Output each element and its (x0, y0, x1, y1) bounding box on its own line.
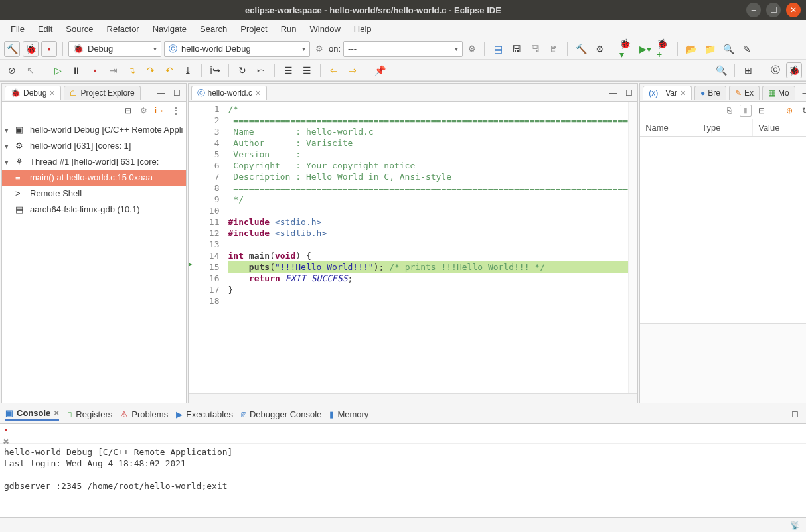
launch-indicator-icon[interactable]: 📡 (789, 519, 801, 531)
tab-modules[interactable]: ▦ Mo (762, 86, 795, 100)
debug-perspective-button[interactable]: 🐞 (786, 62, 802, 78)
skip-breakpoints-button[interactable]: ⊘ (4, 62, 20, 78)
terminate-console-button[interactable]: ▪ (0, 424, 12, 436)
gutter-marker[interactable] (189, 294, 198, 305)
menu-search[interactable]: Search (193, 21, 234, 36)
close-icon[interactable]: ✕ (49, 89, 55, 98)
gutter-marker[interactable] (189, 249, 198, 260)
launch-config-combo[interactable]: ⓒ hello-world Debug ▾ (164, 41, 310, 57)
line-number[interactable]: 6 (198, 160, 220, 171)
close-icon[interactable]: ✕ (255, 89, 261, 98)
tree-node[interactable]: ▤aarch64-fslc-linux-gdb (10.1) (2, 202, 186, 218)
line-number[interactable]: 12 (198, 228, 220, 239)
stop-button[interactable]: ▪ (41, 41, 57, 57)
line-number[interactable]: 2 (198, 115, 220, 126)
line-number[interactable]: 11 (198, 216, 220, 228)
step-into-button[interactable]: ↴ (124, 62, 140, 78)
link-button[interactable]: 📁 (702, 41, 718, 57)
gutter-marker[interactable] (189, 102, 198, 113)
run-mode-combo[interactable]: 🐞 Debug ▾ (68, 41, 161, 57)
horizontal-scrollbar[interactable] (189, 393, 638, 403)
menu-source[interactable]: Source (59, 21, 100, 36)
menu-window[interactable]: Window (303, 21, 347, 36)
minimize-view-icon[interactable]: — (801, 87, 806, 99)
new-button[interactable]: ▤ (490, 41, 506, 57)
code-line[interactable]: Name : hello-world.c (228, 126, 629, 137)
gutter-marker[interactable] (189, 136, 198, 147)
tab-breakpoints[interactable]: ● Bre (694, 86, 726, 100)
code-line[interactable]: Version : (228, 149, 629, 160)
tab-project-explorer[interactable]: 🗀 Project Explore (64, 86, 140, 100)
suspend-button[interactable]: ⏸ (68, 62, 84, 78)
col-name[interactable]: Name (640, 119, 696, 136)
build-button[interactable]: 🔨 (4, 41, 20, 57)
tree-node[interactable]: >_Remote Shell (2, 186, 186, 202)
gutter-marker[interactable] (189, 181, 198, 192)
gutter-marker[interactable] (189, 283, 198, 294)
minimize-view-icon[interactable]: — (769, 409, 781, 421)
menu-refactor[interactable]: Refactor (100, 21, 146, 36)
step-filter-icon[interactable]: i→ (154, 105, 166, 117)
pin-button[interactable]: 📌 (372, 62, 388, 78)
twisty-icon[interactable]: ▾ (5, 155, 13, 168)
code-line[interactable] (228, 239, 629, 250)
gutter-marker[interactable] (189, 271, 198, 283)
resume-button[interactable]: ▷ (50, 62, 66, 78)
code-line[interactable] (228, 205, 629, 216)
maximize-button[interactable]: ☐ (766, 3, 781, 17)
menu-navigate[interactable]: Navigate (146, 21, 193, 36)
code-line[interactable]: */ (228, 194, 629, 205)
tree-node[interactable]: ▾⚘Thread #1 [hello-world] 631 [core: (2, 154, 186, 170)
maximize-view-icon[interactable]: ☐ (623, 87, 635, 99)
col-type[interactable]: Type (696, 119, 753, 136)
search-button[interactable]: 🔍 (720, 41, 736, 57)
code-line[interactable]: Author : Variscite (228, 137, 629, 149)
minimize-button[interactable]: – (746, 3, 761, 17)
tree-node[interactable]: ≡main() at hello-world.c:15 0xaaa (2, 170, 186, 186)
gutter-marker[interactable] (189, 159, 198, 170)
vars-body[interactable] (640, 137, 806, 323)
gutter-marker[interactable] (189, 204, 198, 215)
reverse-button[interactable]: ⤺ (253, 62, 269, 78)
close-button[interactable]: ✕ (786, 3, 801, 17)
code-line[interactable]: ========================================… (228, 182, 629, 194)
line-number[interactable]: 13 (198, 239, 220, 250)
nav-back-button[interactable]: ⇐ (326, 62, 342, 78)
tab-variables[interactable]: (x)= Var ✕ (643, 86, 692, 100)
launch-config-gear-icon[interactable]: ⚙ (313, 44, 326, 54)
code-line[interactable]: puts("!!!Hello World!!!"); /* prints !!!… (228, 261, 629, 273)
coverage-button[interactable]: 🐞+ (656, 41, 672, 57)
close-icon[interactable]: ✕ (54, 409, 59, 417)
code-line[interactable] (228, 295, 629, 306)
line-number[interactable]: 17 (198, 284, 220, 295)
code-line[interactable]: Copyright : Your copyright notice (228, 160, 629, 171)
debug-prefs-icon[interactable]: ⚙ (138, 105, 150, 117)
tab-debugger-console[interactable]: ⎚ Debugger Console (241, 409, 321, 419)
line-number[interactable]: 5 (198, 149, 220, 160)
restart-button[interactable]: ↻ (234, 62, 250, 78)
twisty-icon[interactable]: ▾ (5, 139, 13, 153)
col-value[interactable]: Value (753, 119, 806, 136)
tab-debug[interactable]: 🐞 Debug ✕ (5, 86, 61, 100)
maximize-view-icon[interactable]: ☐ (171, 87, 183, 99)
vars-detail-pane[interactable] (640, 323, 806, 403)
line-number[interactable]: 14 (198, 250, 220, 261)
shift-right-button[interactable]: ☰ (299, 62, 315, 78)
line-number[interactable]: 16 (198, 273, 220, 284)
editor-text[interactable]: /* =====================================… (224, 102, 629, 393)
target-combo[interactable]: --- ▾ (343, 41, 463, 57)
code-line[interactable]: /* (228, 103, 629, 115)
editor-overview-ruler[interactable] (628, 102, 637, 393)
quick-access-button[interactable]: 🔍 (713, 62, 729, 78)
line-number[interactable]: 3 (198, 126, 220, 137)
menu-project[interactable]: Project (234, 21, 274, 36)
line-number[interactable]: 10 (198, 205, 220, 216)
gutter-marker[interactable] (189, 147, 198, 159)
line-number[interactable]: 15 (198, 261, 220, 273)
build-config-button[interactable]: ⚙ (592, 41, 607, 57)
tree-node[interactable]: ▾⚙hello-world [631] [cores: 1] (2, 138, 186, 154)
line-number[interactable]: 8 (198, 182, 220, 194)
layout-icon[interactable]: ⊟ (122, 105, 134, 117)
menu-file[interactable]: File (4, 21, 31, 36)
editor-marker-gutter[interactable]: ➤ (189, 102, 198, 393)
